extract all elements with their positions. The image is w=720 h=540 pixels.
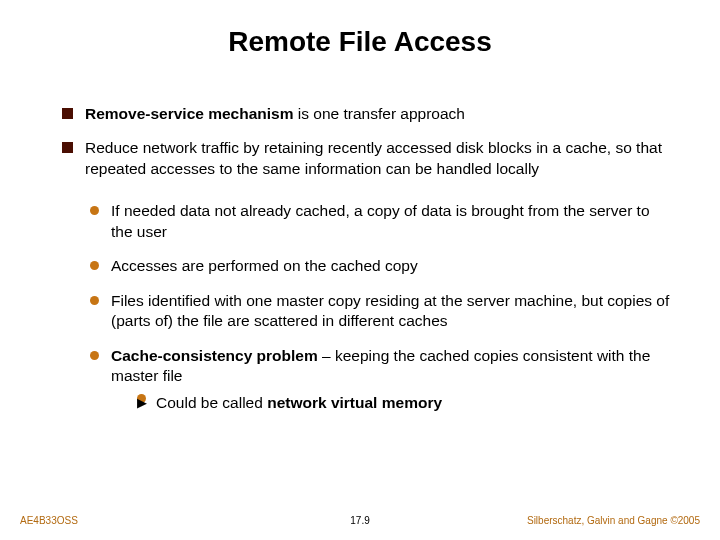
plain-text: is one transfer approach	[294, 105, 465, 122]
footer-left-text: AE4B33OSS	[20, 515, 78, 526]
bullet-text: Cache-consistency problem – keeping the …	[111, 346, 670, 413]
bullet-text: Files identified with one master copy re…	[111, 291, 670, 332]
bullet-level2: Accesses are performed on the cached cop…	[90, 256, 670, 276]
square-bullet-icon	[62, 142, 73, 153]
bullet-level2: Cache-consistency problem – keeping the …	[90, 346, 670, 413]
bullet-text: Accesses are performed on the cached cop…	[111, 256, 670, 276]
circle-bullet-icon	[90, 351, 99, 360]
slide: Remote File Access Remove-service mechan…	[0, 0, 720, 540]
footer-page-number: 17.9	[350, 515, 369, 526]
slide-footer: AE4B33OSS 17.9 Silberschatz, Galvin and …	[0, 508, 720, 526]
slide-content: Remove-service mechanism is one transfer…	[40, 104, 680, 413]
slide-title: Remote File Access	[40, 26, 680, 58]
bold-text: network virtual memory	[267, 394, 442, 411]
bullet-level1: Reduce network traffic by retaining rece…	[62, 138, 670, 179]
bullet-text: If needed data not already cached, a cop…	[111, 201, 670, 242]
bullet-text: Remove-service mechanism is one transfer…	[85, 104, 670, 124]
sub-bullet-group: If needed data not already cached, a cop…	[62, 201, 670, 413]
plain-text: Could be called	[156, 394, 267, 411]
circle-bullet-icon	[90, 261, 99, 270]
bullet-level3: ▶ Could be called network virtual memory	[137, 393, 670, 413]
bullet-text: Could be called network virtual memory	[156, 393, 670, 413]
triangle-bullet-icon: ▶	[137, 394, 146, 403]
circle-bullet-icon	[90, 296, 99, 305]
bold-text: Remove-service mechanism	[85, 105, 294, 122]
bullet-level2: Files identified with one master copy re…	[90, 291, 670, 332]
square-bullet-icon	[62, 108, 73, 119]
sub-sub-group: ▶ Could be called network virtual memory	[111, 393, 670, 413]
footer-copyright: Silberschatz, Galvin and Gagne ©2005	[527, 515, 700, 526]
bullet-text: Reduce network traffic by retaining rece…	[85, 138, 670, 179]
circle-bullet-icon	[90, 206, 99, 215]
bullet-level2: If needed data not already cached, a cop…	[90, 201, 670, 242]
bullet-level1: Remove-service mechanism is one transfer…	[62, 104, 670, 124]
bold-text: Cache-consistency problem	[111, 347, 318, 364]
